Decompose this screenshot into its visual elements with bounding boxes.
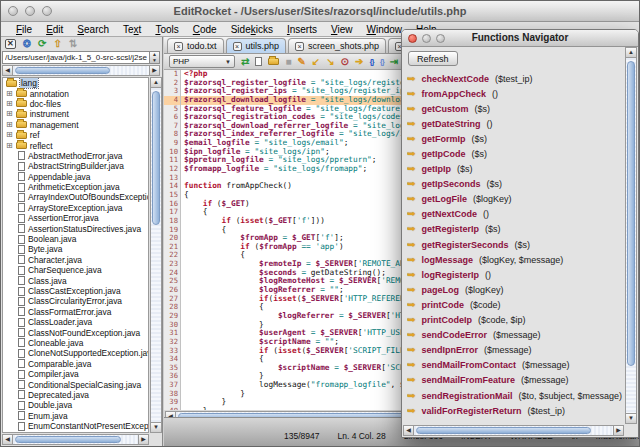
tree-file[interactable]: Comparable.java — [3, 359, 148, 369]
scrollbar-thumb[interactable] — [15, 436, 121, 443]
minimize-window-button[interactable] — [25, 6, 35, 16]
scroll-up-icon[interactable]: ▲ — [150, 77, 162, 88]
tree-file[interactable]: Byte.java — [3, 244, 148, 254]
tab-screen-shots-php[interactable]: ×screen_shots.php — [288, 38, 386, 53]
title-bar[interactable]: EditRocket - /Users/user/Sites/razorsql/… — [1, 1, 639, 22]
scroll-down-icon[interactable]: ▼ — [625, 413, 637, 424]
tree-folder-annotation[interactable]: ⊞annotation — [3, 88, 148, 98]
tree-file[interactable]: ClassCircularityError.java — [3, 296, 148, 306]
menu-inserts[interactable]: Inserts — [280, 24, 324, 35]
tree-file[interactable]: Character.java — [3, 255, 148, 265]
match-brace-icon[interactable]: {} — [369, 57, 373, 66]
scroll-right-icon[interactable]: ▶ — [149, 65, 160, 76]
function-item-getIpCode[interactable]: ➥getIpCode($s) — [407, 146, 623, 161]
tree-file[interactable]: Deprecated.java — [3, 390, 148, 400]
tree-file[interactable]: CloneNotSupportedException.java — [3, 348, 148, 358]
path-input[interactable] — [2, 51, 150, 64]
function-item-getCustom[interactable]: ➥getCustom($s) — [407, 101, 623, 116]
tree-folder-ref[interactable]: ⊞ref — [3, 130, 148, 140]
expander-icon[interactable]: ⊞ — [6, 100, 13, 108]
tree-file[interactable]: AbstractStringBuilder.java — [3, 161, 148, 171]
menu-sidekicks[interactable]: Sidekicks — [224, 24, 280, 35]
menu-code[interactable]: Code — [186, 24, 224, 35]
find-function-icon[interactable]: ⊙ — [341, 57, 349, 67]
function-item-sendMailFromFeature[interactable]: ➥sendMailFromFeature ($message) — [407, 373, 623, 388]
refresh-icon[interactable]: ⟳ — [38, 39, 46, 49]
path-scrollbar[interactable]: ◀ ▶ — [2, 65, 160, 76]
tree-file[interactable]: Cloneable.java — [3, 338, 148, 348]
new-file-icon[interactable] — [255, 57, 262, 66]
close-panel-icon[interactable]: ✕ — [5, 39, 16, 49]
function-item-getNextCode[interactable]: ➥getNextCode() — [407, 207, 623, 222]
function-item-sendRegistrationMail[interactable]: ➥sendRegistrationMail ($to, $subject, $m… — [407, 388, 623, 403]
tree-file[interactable]: Appendable.java — [3, 172, 148, 182]
tree-file[interactable]: ArithmeticException.java — [3, 182, 148, 192]
function-item-getIpSeconds[interactable]: ➥getIpSeconds($s) — [407, 177, 623, 192]
expander-icon[interactable]: ⊞ — [6, 142, 13, 150]
scroll-up-icon[interactable]: ▲ — [625, 47, 637, 58]
tree-file[interactable]: ArrayStoreException.java — [3, 203, 148, 213]
function-item-pageLog[interactable]: ➥pageLog ($logKey) — [407, 282, 623, 297]
function-item-getIpIp[interactable]: ➥getIpIp($s) — [407, 162, 623, 177]
tree-file[interactable]: Boolean.java — [3, 234, 148, 244]
tree-item-root[interactable]: lang — [3, 78, 148, 88]
next-function-icon[interactable]: ➔ — [355, 57, 363, 67]
scrollbar-thumb[interactable] — [152, 91, 160, 225]
close-tab-icon[interactable]: × — [174, 42, 183, 51]
function-item-logMessage[interactable]: ➥logMessage ($logKey, $message) — [407, 252, 623, 267]
refresh-icon[interactable]: ⇄ — [241, 57, 249, 67]
jump-forward-icon[interactable]: ↘ — [326, 57, 334, 67]
save-icon[interactable]: ■ — [285, 57, 291, 67]
function-item-sendIpnError[interactable]: ➥sendIpnError ($message) — [407, 343, 623, 358]
edit-icon[interactable]: ✎ — [297, 57, 305, 67]
function-item-validForRegisterReturn[interactable]: ➥validForRegisterReturn ($test_ip) — [407, 403, 623, 418]
tree-file[interactable]: EnumConstantNotPresentException.java — [3, 421, 148, 431]
goto-line-icon[interactable]: ⇥ — [390, 57, 398, 67]
scroll-right-icon[interactable]: ▶ — [138, 434, 149, 445]
zoom-window-button[interactable] — [436, 34, 445, 43]
scrollbar-thumb[interactable] — [15, 67, 110, 74]
scrollbar-thumb[interactable] — [627, 61, 635, 366]
tree-file[interactable]: ClassNotFoundException.java — [3, 327, 148, 337]
function-item-printCodeIp[interactable]: ➥printCodeIp ($code, $ip) — [407, 313, 623, 328]
function-item-getLogFile[interactable]: ➥getLogFile($logKey) — [407, 192, 623, 207]
function-item-getRegisterIp[interactable]: ➥getRegisterIp($s) — [407, 222, 623, 237]
language-selector[interactable]: PHP ▼ — [169, 55, 235, 68]
tree-file[interactable]: AssertionStatusDirectives.java — [3, 223, 148, 233]
close-tab-icon[interactable]: × — [233, 42, 242, 51]
tree-file[interactable]: Compiler.java — [3, 369, 148, 379]
refresh-button[interactable]: Refresh — [408, 51, 458, 66]
jump-back-icon[interactable]: ↙ — [312, 57, 320, 67]
scroll-down-icon[interactable]: ▼ — [150, 422, 162, 433]
select-brace-icon[interactable]: {} — [380, 57, 384, 66]
tree-file[interactable]: ConditionalSpecialCasing.java — [3, 379, 148, 389]
function-item-logRegisterIp[interactable]: ➥logRegisterIp() — [407, 267, 623, 282]
function-item-getRegisterSeconds[interactable]: ➥getRegisterSeconds($s) — [407, 237, 623, 252]
tree-vertical-scrollbar[interactable]: ▲ ▼ — [150, 77, 162, 433]
tree-folder-doc-files[interactable]: ⊞doc-files — [3, 99, 148, 109]
scroll-left-icon[interactable]: ◀ — [2, 65, 13, 76]
sync-icon[interactable]: ⇅ — [69, 39, 77, 49]
scroll-left-icon[interactable]: ◀ — [2, 434, 13, 445]
function-item-fromAppCheck[interactable]: ➥fromAppCheck() — [407, 86, 623, 101]
tree-folder-reflect[interactable]: ⊞reflect — [3, 140, 148, 150]
zoom-window-button[interactable] — [42, 6, 52, 16]
minimize-window-button[interactable] — [422, 34, 431, 43]
tree-file[interactable]: ClassFormatError.java — [3, 307, 148, 317]
parent-folder-icon[interactable]: ⇧ — [53, 39, 61, 49]
expander-icon[interactable]: ⊞ — [6, 121, 13, 129]
function-item-getFormIp[interactable]: ➥getFormIp($s) — [407, 131, 623, 146]
expander-icon[interactable]: ⊞ — [6, 131, 13, 139]
menu-view[interactable]: View — [324, 24, 360, 35]
tree-folder-management[interactable]: ⊞management — [3, 120, 148, 130]
tree-file[interactable]: Enum.java — [3, 411, 148, 421]
menu-edit[interactable]: Edit — [39, 24, 70, 35]
globe-icon[interactable]: ❂ — [23, 39, 31, 49]
function-item-printCode[interactable]: ➥printCode ($code) — [407, 297, 623, 312]
tab-todo-txt[interactable]: ×todo.txt — [167, 38, 224, 53]
menu-text[interactable]: Text — [116, 24, 148, 35]
tree-file[interactable]: ClassLoader.java — [3, 317, 148, 327]
tree-file[interactable]: AbstractMethodError.java — [3, 151, 148, 161]
close-window-button[interactable] — [8, 6, 18, 16]
open-file-icon[interactable] — [268, 58, 279, 65]
